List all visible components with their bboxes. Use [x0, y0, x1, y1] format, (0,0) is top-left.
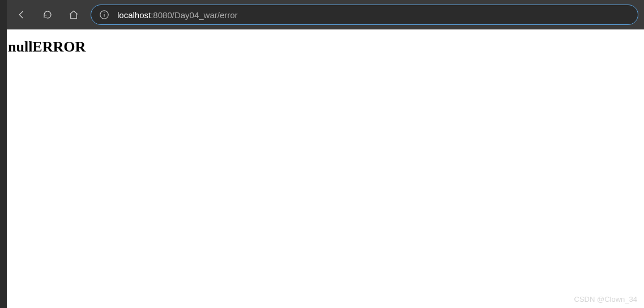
- info-icon: [99, 10, 109, 20]
- url-text: localhost:8080/Day04_war/error: [117, 10, 238, 20]
- svg-point-2: [104, 12, 104, 13]
- refresh-icon: [42, 10, 53, 20]
- browser-toolbar: localhost:8080/Day04_war/error: [7, 0, 644, 29]
- refresh-button[interactable]: [39, 6, 57, 24]
- sidebar-sliver: [0, 0, 7, 308]
- arrow-left-icon: [16, 10, 27, 20]
- page-heading: nullERROR: [8, 38, 643, 55]
- back-button[interactable]: [12, 6, 31, 24]
- home-button[interactable]: [65, 6, 83, 24]
- home-icon: [69, 10, 79, 20]
- page-content: nullERROR: [7, 29, 644, 308]
- site-info-button[interactable]: [99, 10, 109, 20]
- address-bar[interactable]: localhost:8080/Day04_war/error: [91, 5, 638, 25]
- url-host: localhost: [117, 10, 151, 20]
- url-path: :8080/Day04_war/error: [151, 10, 237, 20]
- watermark: CSDN @Clown_34: [574, 295, 637, 303]
